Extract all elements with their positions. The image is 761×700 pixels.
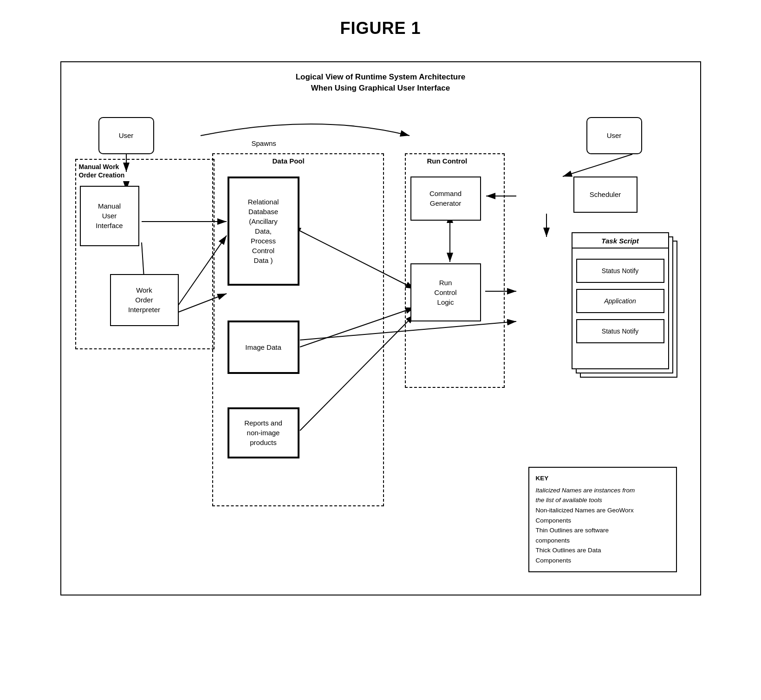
run-control-label: Run Control <box>427 157 468 165</box>
svg-line-13 <box>563 154 632 177</box>
status-notify1-box: Status Notify <box>576 259 664 283</box>
diagram-content: User User Spawns Manual WorkOrder Creati… <box>71 108 691 582</box>
key-line6: components <box>536 536 670 546</box>
key-title: KEY <box>536 473 670 484</box>
key-line8: Components <box>536 556 670 566</box>
spawns-label: Spawns <box>252 139 276 147</box>
key-line7: Thick Outlines are Data <box>536 545 670 556</box>
task-script-label: Task Script <box>572 237 668 249</box>
key-line3: Non-italicized Names are GeoWorx <box>536 505 670 516</box>
scheduler-box: Scheduler <box>573 177 637 213</box>
user-right-box: User <box>586 117 642 154</box>
key-box: KEY Italicized Names are instances from … <box>528 467 677 572</box>
application-box: Application <box>576 289 664 313</box>
key-line1: Italicized Names are instances from <box>536 485 670 496</box>
key-line2: the list of available tools <box>536 495 670 505</box>
key-line5: Thin Outlines are software <box>536 525 670 536</box>
diagram-title: Logical View of Runtime System Architect… <box>71 72 691 94</box>
reports-box: Reports andnon-imageproducts <box>228 407 299 458</box>
figure-title: FIGURE 1 <box>340 19 421 38</box>
image-data-box: Image Data <box>228 321 299 374</box>
reldb-box: RelationalDatabase(AncillaryData,Process… <box>228 177 299 286</box>
key-line4: Components <box>536 516 670 526</box>
work-order-box: WorkOrderInterpreter <box>110 274 179 326</box>
task-script-stack: Task Script Status Notify Application St… <box>572 232 671 376</box>
manual-work-label: Manual WorkOrder Creation <box>79 163 125 179</box>
data-pool-label: Data Pool <box>273 157 305 165</box>
manual-ui-box: ManualUserInterface <box>80 186 139 246</box>
status-notify2-box: Status Notify <box>576 319 664 343</box>
diagram-outer: Logical View of Runtime System Architect… <box>60 61 701 595</box>
cmd-gen-box: CommandGenerator <box>410 177 481 221</box>
rcl-box: RunControlLogic <box>410 263 481 321</box>
user-left-box: User <box>98 117 154 154</box>
